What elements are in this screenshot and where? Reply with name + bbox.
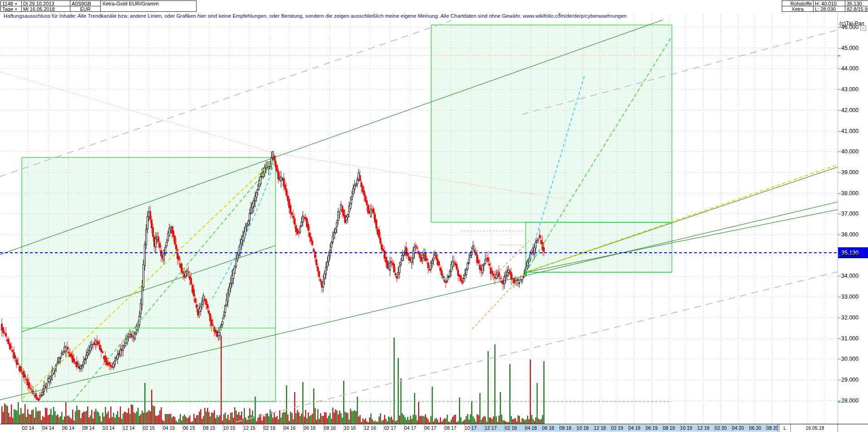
x-axis-label: 04 18 bbox=[523, 425, 539, 431]
y-axis-label: 39.000 bbox=[841, 169, 868, 176]
y-axis-label: 43.000 bbox=[841, 86, 868, 93]
y-axis-tick bbox=[838, 69, 841, 69]
x-axis-label: 12 16 bbox=[362, 425, 378, 431]
x-axis-label: 04 16 bbox=[281, 425, 298, 431]
price-axis[interactable]: (c)Tai-Pan − 35.130 46.00045.00044.00043… bbox=[838, 13, 868, 424]
y-axis-label: 45.000 bbox=[841, 45, 868, 51]
chevron-down-icon: ▼ bbox=[15, 2, 18, 5]
x-axis-label: 06 14 bbox=[60, 425, 77, 431]
x-axis-divider bbox=[778, 424, 778, 432]
low-level-tick bbox=[838, 402, 840, 403]
x-axis-label: 04 20 bbox=[730, 425, 746, 431]
y-axis-label: 29.000 bbox=[841, 377, 868, 383]
chart-header: 1148▼ Tage▼ Di 29.10.2013 Mi 16.05.2018 … bbox=[0, 0, 868, 12]
y-axis-tick bbox=[838, 255, 841, 256]
x-axis-label: 08 20 bbox=[764, 425, 781, 431]
x-axis-label: 12 14 bbox=[121, 425, 137, 431]
marker-triangle-icon: ▼ bbox=[557, 12, 562, 19]
low-value: L: 28.030 bbox=[813, 6, 845, 12]
y-axis-tick bbox=[838, 276, 841, 276]
y-axis-tick bbox=[838, 318, 841, 318]
x-axis-label: 02 17 bbox=[382, 425, 398, 431]
y-axis-label: 38.000 bbox=[841, 190, 868, 196]
last-date-cell: Mi 16.05.2018 bbox=[21, 6, 70, 12]
x-axis-label: 08 16 bbox=[322, 425, 338, 431]
chart-title: Xetra-Gold EUR/Gramm bbox=[100, 0, 197, 12]
price-chart[interactable] bbox=[0, 13, 838, 424]
x-axis-label: 06 17 bbox=[422, 425, 439, 431]
x-axis-label: 06 19 bbox=[644, 425, 660, 431]
y-axis-label: 30.000 bbox=[841, 356, 868, 362]
x-axis-label: 02 16 bbox=[261, 425, 278, 431]
y-axis-tick bbox=[838, 297, 841, 297]
y-axis-label: 32.000 bbox=[841, 314, 868, 321]
x-axis-label: 02 14 bbox=[20, 425, 36, 431]
x-axis-label: 06 15 bbox=[181, 425, 197, 431]
y-axis-label: 34.000 bbox=[841, 273, 868, 279]
y-axis-tick bbox=[838, 339, 841, 339]
x-axis-label: 12 19 bbox=[695, 425, 712, 431]
y-axis-label: 33.000 bbox=[841, 294, 868, 300]
y-axis-label: 44.000 bbox=[841, 65, 868, 72]
disclaimer-text: Haftungsausschluss für Inhalte: Alle Tre… bbox=[4, 13, 627, 19]
x-axis-label: 10 19 bbox=[678, 425, 695, 431]
x-axis-label: 10 18 bbox=[575, 425, 591, 431]
y-axis-label: 37.000 bbox=[841, 211, 868, 217]
low-flag-cell: L bbox=[779, 424, 791, 432]
x-axis-label: 10 14 bbox=[100, 425, 117, 431]
y-axis-tick bbox=[838, 48, 841, 49]
x-axis-label: 08 18 bbox=[557, 425, 574, 431]
x-axis-label: 04 17 bbox=[402, 425, 419, 431]
x-axis-label: 04 14 bbox=[40, 425, 56, 431]
y-axis-tick bbox=[838, 152, 841, 152]
x-axis-label: 06 18 bbox=[540, 425, 557, 431]
exchange-cell: Xetra bbox=[782, 6, 814, 12]
y-axis-label: 36.000 bbox=[841, 231, 868, 238]
y-axis-tick bbox=[838, 214, 841, 214]
period-label: Tage bbox=[2, 6, 13, 12]
x-axis-label: 08 17 bbox=[442, 425, 459, 431]
cursor-date: 16.05.18 bbox=[792, 425, 838, 431]
y-axis-tick bbox=[838, 235, 841, 235]
x-axis-label: 02 15 bbox=[141, 425, 157, 431]
x-axis-label: 04 19 bbox=[626, 425, 643, 431]
date-axis[interactable]: 02 1404 1406 1408 1410 1412 1402 1504 15… bbox=[0, 424, 868, 432]
y-axis-label: 46.000 bbox=[841, 24, 868, 30]
chevron-down-icon: ▼ bbox=[15, 8, 18, 11]
x-axis-label: 10 15 bbox=[221, 425, 237, 431]
x-axis-label: 12 17 bbox=[483, 425, 499, 431]
y-axis-label: 28.000 bbox=[841, 398, 868, 404]
resistance-level-tick bbox=[838, 55, 840, 56]
period-dropdown[interactable]: Tage▼ bbox=[0, 6, 22, 12]
x-axis-label: 04 15 bbox=[161, 425, 177, 431]
y-axis-tick bbox=[838, 172, 841, 173]
y-axis-tick bbox=[838, 89, 841, 90]
x-axis-divider bbox=[838, 424, 838, 432]
x-axis-label: 12 15 bbox=[241, 425, 257, 431]
y-axis-tick bbox=[838, 131, 841, 132]
x-axis-label: 06 16 bbox=[301, 425, 318, 431]
x-axis-label: 06 20 bbox=[747, 425, 764, 431]
y-axis-tick bbox=[838, 401, 841, 401]
y-axis-tick bbox=[838, 27, 841, 28]
x-axis-label: 12 18 bbox=[592, 425, 608, 431]
x-axis-label: 02 19 bbox=[609, 425, 626, 431]
x-axis-label: 10 17 bbox=[463, 425, 479, 431]
x-axis-label: 08 14 bbox=[80, 425, 97, 431]
disclaimer-bar: Haftungsausschluss für Inhalte: Alle Tre… bbox=[0, 12, 838, 20]
x-axis-label: 08 15 bbox=[201, 425, 217, 431]
y-axis-tick bbox=[838, 110, 841, 111]
y-axis-label: 41.000 bbox=[841, 128, 868, 134]
y-axis-tick bbox=[838, 193, 841, 194]
y-axis-tick bbox=[838, 380, 841, 380]
x-axis-label: 10 16 bbox=[342, 425, 358, 431]
x-axis-label: 08 19 bbox=[661, 425, 677, 431]
y-axis-label: 35.000 bbox=[841, 252, 868, 259]
y-axis-label: 31.000 bbox=[841, 335, 868, 342]
y-axis-label: 40.000 bbox=[841, 148, 868, 155]
tai-pan-chart-window: 1148▼ Tage▼ Di 29.10.2013 Mi 16.05.2018 … bbox=[0, 0, 868, 432]
x-axis-label: 02 20 bbox=[713, 425, 729, 431]
y-axis-label: 42.000 bbox=[841, 107, 868, 113]
stats-cell: 82.8/15.91 bbox=[845, 6, 868, 12]
y-axis-tick bbox=[838, 359, 841, 359]
